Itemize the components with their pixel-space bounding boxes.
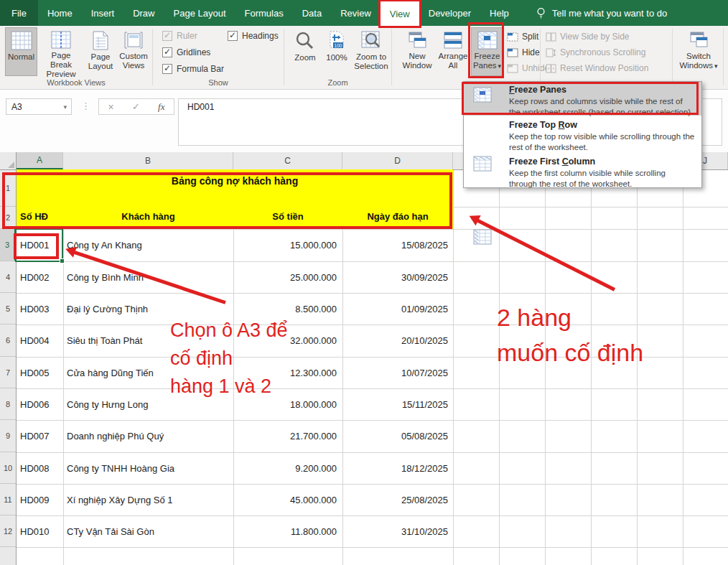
cell-a11[interactable]: HD009 [17, 495, 63, 505]
button-label: Hide [522, 47, 540, 57]
cell-d4[interactable]: 30/09/2025 [342, 272, 453, 283]
checkbox-label: Ruler [177, 31, 197, 41]
cell-a8[interactable]: HD006 [17, 399, 63, 410]
cell-d11[interactable]: 25/08/2025 [342, 495, 453, 505]
row-header-9[interactable]: 9 [0, 420, 16, 452]
cell-a12[interactable]: HD010 [17, 526, 63, 537]
group-separator [391, 29, 392, 85]
table-row: HD010CTy Vận Tải Sài Gòn11.800.00031/10/… [17, 515, 453, 547]
button-label: Split [522, 32, 538, 42]
menu-item-description: Keep the first column visible while scro… [509, 168, 696, 189]
tab-data[interactable]: Data [293, 0, 331, 26]
tab-page-layout[interactable]: Page Layout [164, 0, 235, 26]
cell-a6[interactable]: HD004 [17, 335, 63, 346]
cell-a10[interactable]: HD008 [17, 463, 63, 474]
cell-b10[interactable]: Công ty TNHH Hoàng Gia [63, 463, 233, 474]
cell-b3[interactable]: Công ty An Khang [63, 240, 233, 251]
tell-me-box[interactable]: Tell me what you want to do [536, 0, 667, 26]
cell-a9[interactable]: HD007 [17, 431, 63, 442]
gridlines-checkbox[interactable]: Gridlines [162, 47, 210, 57]
headings-checkbox[interactable]: Headings [228, 31, 279, 41]
tab-file[interactable]: File [0, 0, 38, 26]
cell-c11[interactable]: 45.000.000 [233, 495, 342, 505]
row-header-4[interactable]: 4 [0, 261, 16, 293]
checkbox-label: Gridlines [177, 47, 210, 57]
insert-function-icon[interactable]: fx [158, 101, 164, 113]
cell-d7[interactable]: 10/07/2025 [342, 368, 453, 378]
unhide-button: Unhide [507, 63, 549, 73]
tab-draw[interactable]: Draw [123, 0, 164, 26]
select-all-corner[interactable] [0, 152, 17, 169]
column-header-c[interactable]: C [233, 152, 342, 169]
cell-c4[interactable]: 25.000.000 [233, 272, 342, 283]
new-window-button[interactable]: New Window [399, 27, 435, 76]
normal-view-button[interactable]: Normal [5, 27, 37, 76]
fill-handle[interactable] [60, 258, 65, 263]
row-header-8[interactable]: 8 [0, 388, 16, 420]
hide-button[interactable]: Hide [507, 47, 540, 57]
cell-c10[interactable]: 9.200.000 [233, 463, 342, 474]
cell-a4[interactable]: HD002 [17, 272, 63, 283]
formula-bar-checkbox[interactable]: Formula Bar [162, 64, 224, 74]
cell-d8[interactable]: 15/11/2025 [342, 399, 453, 410]
zoom-100-button[interactable]: 100 100% [323, 27, 350, 76]
page-break-preview-button[interactable]: Page Break Preview [39, 27, 83, 76]
cell-b9[interactable]: Doanh nghiệp Phú Quý [63, 431, 233, 442]
page-layout-button[interactable]: Page Layout [85, 27, 116, 76]
menu-item-freeze-first-column[interactable]: Freeze First Column Keep the first colum… [464, 152, 701, 189]
cell-b11[interactable]: Xí nghiệp Xây Dựng Số 1 [63, 495, 233, 505]
annotation-note-select-a3: Chọn ô A3 để cố định hàng 1 và 2 [170, 317, 288, 401]
group-label-zoom: Zoom [284, 78, 391, 87]
row-header-6[interactable]: 6 [0, 324, 16, 357]
cell-c5[interactable]: 8.500.000 [233, 304, 342, 314]
group-separator [672, 29, 673, 85]
menu-item-freeze-top-row[interactable]: Freeze Top Row Keep the top row visible … [464, 116, 701, 152]
tab-insert[interactable]: Insert [82, 0, 124, 26]
cell-a7[interactable]: HD005 [17, 368, 63, 378]
cell-d9[interactable]: 05/08/2025 [342, 431, 453, 442]
reset-window-position-icon [546, 64, 556, 73]
cell-b5[interactable]: Đại lý Cường Thịnh [63, 304, 233, 314]
hide-icon [507, 48, 518, 57]
cell-c9[interactable]: 21.700.000 [233, 431, 342, 442]
switch-windows-button[interactable]: Switch Windows [678, 27, 719, 76]
tab-view[interactable]: View [381, 1, 419, 26]
tab-home[interactable]: Home [38, 0, 82, 26]
tab-review[interactable]: Review [331, 0, 381, 26]
cell-c12[interactable]: 11.800.000 [233, 526, 342, 537]
row-header-11[interactable]: 11 [0, 484, 16, 515]
tab-formulas[interactable]: Formulas [235, 0, 293, 26]
cell-d3[interactable]: 15/08/2025 [342, 240, 453, 251]
arrange-all-icon [443, 31, 463, 50]
annotation-box-cell-a3 [14, 233, 59, 259]
row-header-7[interactable]: 7 [0, 357, 16, 388]
row-header-10[interactable]: 10 [0, 452, 16, 484]
group-separator [723, 29, 724, 85]
enter-icon[interactable]: ✓ [132, 101, 140, 112]
column-header-a[interactable]: A [17, 152, 63, 169]
ruler-checkbox: Ruler [162, 31, 197, 41]
name-box-caret-icon[interactable]: ▾ [63, 103, 67, 111]
name-box[interactable]: A3 ▾ [6, 98, 72, 115]
row-header-12[interactable]: 12 [0, 515, 16, 547]
zoom-button[interactable]: Zoom [289, 27, 322, 76]
cell-d6[interactable]: 20/10/2025 [342, 335, 453, 346]
cell-b12[interactable]: CTy Vận Tải Sài Gòn [63, 526, 233, 537]
cell-d5[interactable]: 01/09/2025 [342, 304, 453, 314]
button-label: New Window [400, 52, 434, 70]
cell-d12[interactable]: 31/10/2025 [342, 526, 453, 537]
cell-d10[interactable]: 18/12/2025 [342, 463, 453, 474]
formula-bar-grip-icon[interactable]: ⋮ [81, 101, 90, 111]
column-header-d[interactable]: D [342, 152, 453, 169]
cell-c3[interactable]: 15.000.000 [233, 240, 342, 251]
split-button[interactable]: Split [507, 32, 538, 42]
arrange-all-button[interactable]: Arrange All [437, 27, 470, 76]
column-header-b[interactable]: B [63, 152, 233, 169]
cell-a5[interactable]: HD003 [17, 304, 63, 314]
normal-view-icon [11, 31, 32, 50]
custom-views-button[interactable]: Custom Views [117, 27, 150, 76]
zoom-icon [295, 31, 315, 51]
cancel-icon[interactable]: × [108, 101, 114, 113]
row-header-5[interactable]: 5 [0, 293, 16, 324]
zoom-to-selection-button[interactable]: Zoom to Selection [352, 27, 391, 76]
